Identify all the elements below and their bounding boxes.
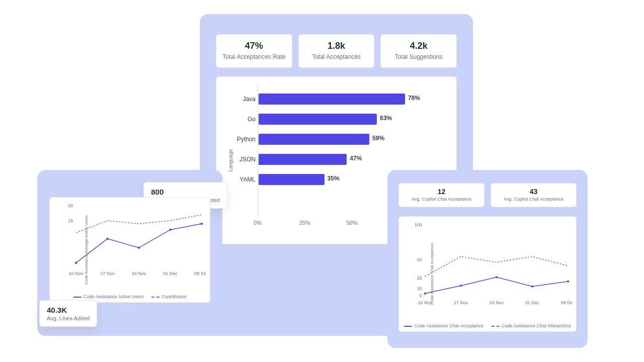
chat-acceptance-line-chart: Code Assistance Chat Acceptance 10050251…: [398, 216, 577, 332]
svg-text:01 Dec: 01 Dec: [163, 271, 178, 276]
mini-kpi-label: Avg. Copilot Chat Acceptance: [401, 197, 482, 202]
bar-row: Java78%: [236, 89, 446, 109]
bar-track: 59%: [259, 134, 446, 145]
svg-text:10 Nov: 10 Nov: [418, 300, 433, 305]
xaxis-tick: 25%: [299, 220, 310, 226]
kpi-card-acceptance-rate: 47% Total Acceptances Rate: [216, 34, 292, 68]
svg-point-23: [460, 285, 462, 287]
bar-track: 47%: [259, 154, 446, 165]
bar-fill: [259, 174, 325, 185]
bar-category: Java: [236, 96, 259, 103]
float-kpi-value: 40.3K: [47, 306, 90, 314]
bar-row: Python59%: [236, 129, 446, 149]
svg-text:08 Dec: 08 Dec: [561, 300, 572, 305]
bar-value-label: 59%: [372, 135, 384, 142]
kpi-label: Total Acceptances: [302, 53, 371, 60]
legend-item-solid: Code Assistance Chat Acceptance: [404, 323, 484, 328]
mini-kpi-row: 12 Avg. Copilot Chat Acceptance 43 Avg. …: [398, 183, 577, 207]
mini-kpi-label: Avg. Copilot Chat Acceptance: [493, 197, 574, 202]
legend-swatch-dashed: [151, 297, 159, 298]
kpi-card-total-suggestions: 4.2k Total Suggestions: [380, 34, 457, 68]
svg-text:24 Nov: 24 Nov: [490, 300, 504, 305]
bar-fill: [259, 114, 377, 125]
legend-item-dashed: Code Assistance Chat Interactions: [492, 323, 571, 328]
svg-text:17 Nov: 17 Nov: [100, 271, 115, 276]
bar-category: JSON: [236, 156, 259, 163]
line-chart-svg: 100502510010 Nov17 Nov24 Nov01 Dec08 Dec: [413, 221, 572, 307]
mini-kpi-value: 43: [493, 188, 574, 196]
legend-swatch-solid: [404, 326, 412, 327]
bar-value-label: 35%: [328, 175, 340, 182]
bar-track: 78%: [259, 94, 446, 105]
svg-point-26: [567, 281, 569, 283]
kpi-label: Total Suggestions: [384, 53, 453, 60]
svg-text:0: 0: [420, 293, 422, 298]
svg-text:24 Nov: 24 Nov: [132, 271, 146, 276]
right-panel: 12 Avg. Copilot Chat Acceptance 43 Avg. …: [387, 170, 588, 348]
svg-point-10: [169, 229, 171, 231]
bar-category: Python: [236, 136, 259, 143]
active-users-line-chart: Code Assistance Average Active Users 201…: [49, 197, 210, 303]
legend-swatch-dashed: [492, 326, 500, 327]
float-kpi-lines-added: 40.3K Avg. Lines Added: [39, 300, 97, 327]
bar-fill: [259, 94, 405, 105]
xaxis-tick: 50%: [346, 220, 357, 226]
svg-text:01 Dec: 01 Dec: [525, 300, 540, 305]
svg-text:20: 20: [68, 203, 73, 208]
bar-value-label: 47%: [350, 155, 362, 162]
svg-point-8: [106, 238, 108, 240]
line-chart-legend: Code Assistance Chat Acceptance Code Ass…: [399, 323, 576, 328]
mini-kpi-1: 12 Avg. Copilot Chat Acceptance: [398, 183, 485, 207]
svg-point-7: [75, 261, 77, 263]
svg-point-25: [531, 286, 533, 288]
svg-point-11: [201, 223, 203, 225]
float-kpi-value: 800: [151, 188, 220, 196]
bar-chart-ylabel: Language: [228, 149, 233, 172]
bar-value-label: 78%: [408, 95, 420, 102]
svg-text:15: 15: [68, 218, 73, 223]
svg-text:08 Dec: 08 Dec: [195, 271, 206, 276]
svg-point-24: [496, 276, 498, 278]
svg-point-22: [424, 293, 426, 295]
svg-text:10 Nov: 10 Nov: [69, 271, 84, 276]
bar-value-label: 63%: [380, 115, 392, 122]
legend-item-dashed: Contributors: [151, 294, 186, 299]
bar-fill: [259, 154, 347, 165]
svg-text:100: 100: [415, 222, 422, 227]
left-panel: 800 Avg. Copilot Lines Accepted Code Ass…: [37, 170, 222, 336]
float-kpi-label: Avg. Lines Added: [47, 315, 90, 321]
bar-fill: [259, 134, 369, 145]
kpi-card-total-acceptances: 1.8k Total Acceptances: [298, 34, 375, 68]
kpi-label: Total Acceptances Rate: [219, 53, 289, 60]
kpi-value: 4.2k: [384, 41, 453, 51]
svg-text:25: 25: [417, 276, 422, 281]
kpi-value: 1.8k: [302, 41, 371, 51]
mini-kpi-value: 12: [401, 188, 482, 196]
line-chart-legend: Code Assistance Active Users Contributor…: [50, 294, 210, 299]
bar-category: Go: [236, 116, 259, 123]
svg-text:17 Nov: 17 Nov: [454, 300, 468, 305]
svg-point-9: [138, 247, 140, 249]
svg-text:50: 50: [417, 257, 422, 262]
xaxis-tick: 0%: [254, 220, 262, 226]
kpi-row: 47% Total Acceptances Rate 1.8k Total Ac…: [216, 34, 457, 68]
line-chart-svg: 201510 Nov17 Nov24 Nov01 Dec08 Dec: [64, 202, 206, 278]
bar-track: 63%: [259, 114, 446, 125]
legend-swatch-solid: [73, 297, 82, 298]
legend-item-solid: Code Assistance Active Users: [73, 294, 144, 299]
bar-category: YAML: [236, 176, 259, 183]
kpi-value: 47%: [219, 41, 289, 51]
bar-row: JSON47%: [236, 149, 446, 169]
bar-row: Go63%: [236, 109, 446, 129]
mini-kpi-2: 43 Avg. Copilot Chat Acceptance: [491, 183, 577, 207]
svg-text:10: 10: [417, 286, 422, 291]
